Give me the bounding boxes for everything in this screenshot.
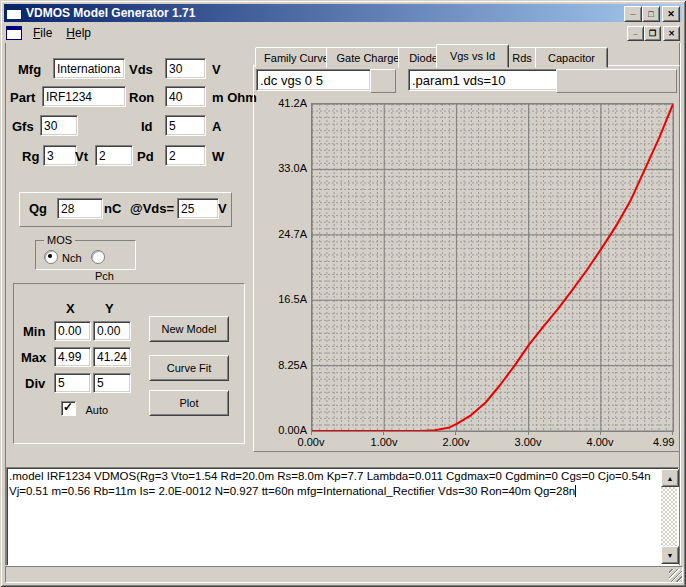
xy-panel: X Y Min Max Div Auto New Model Curve Fit… xyxy=(13,283,245,444)
qg-vds-input[interactable] xyxy=(177,198,219,219)
menu-bar: File Help _ ❐ ✕ xyxy=(4,23,682,42)
maximize-icon: □ xyxy=(648,10,653,19)
ymin-input[interactable] xyxy=(93,321,131,341)
auto-checkbox[interactable]: Auto xyxy=(61,401,108,420)
pch-radio-label: Pch xyxy=(95,270,114,282)
xmin-input[interactable] xyxy=(54,321,91,341)
pch-radio[interactable]: Pch xyxy=(91,248,135,284)
part-label: Part xyxy=(10,90,35,105)
maximize-button[interactable]: □ xyxy=(642,6,660,22)
y-axis-label-1: 33.0A xyxy=(261,162,307,174)
qg-unit: nC xyxy=(104,201,121,216)
mdi-close-icon: ✕ xyxy=(668,30,675,38)
ron-input[interactable] xyxy=(165,86,206,107)
x-axis-tick xyxy=(455,431,456,435)
mdi-minimize-icon: _ xyxy=(633,28,637,36)
scroll-up-icon: ▲ xyxy=(667,475,674,482)
qg-input[interactable] xyxy=(57,198,103,219)
model-text-area[interactable]: .model IRF1234 VDMOS(Rg=3 Vto=1.54 Rd=20… xyxy=(6,467,679,566)
y-axis-label-0: 41.2A xyxy=(261,97,307,109)
div-label: Div xyxy=(25,376,45,391)
x-column-header: X xyxy=(66,301,75,316)
vt-label: Vt xyxy=(75,149,88,164)
minimize-icon: _ xyxy=(630,7,635,16)
status-bar xyxy=(5,566,683,583)
mdi-restore-button[interactable]: ❐ xyxy=(644,26,661,41)
scroll-up-button[interactable]: ▲ xyxy=(661,469,679,487)
part-input[interactable] xyxy=(42,86,126,107)
x-axis-label-4: 4.00v xyxy=(575,436,625,448)
ymax-input[interactable] xyxy=(93,347,131,367)
close-button[interactable]: ✕ xyxy=(662,6,680,22)
nch-radio-circle xyxy=(44,250,58,264)
nch-radio-label: Nch xyxy=(62,252,82,264)
vt-input[interactable] xyxy=(95,145,133,166)
id-label: Id xyxy=(141,119,153,134)
mdi-child-icon[interactable] xyxy=(6,26,22,40)
vds-input[interactable] xyxy=(165,58,206,79)
scroll-down-button[interactable]: ▼ xyxy=(661,546,679,564)
x-axis-label-1: 1.00v xyxy=(359,436,409,448)
mos-groupbox: MOS Nch Pch xyxy=(35,240,136,270)
param-command-input[interactable] xyxy=(408,69,560,91)
x-axis-label-2: 2.00v xyxy=(431,436,481,448)
id-input[interactable] xyxy=(165,115,206,136)
pd-input[interactable] xyxy=(165,145,206,166)
scroll-down-icon: ▼ xyxy=(667,552,674,559)
y-axis-label-4: 8.25A xyxy=(261,359,307,371)
xdiv-input[interactable] xyxy=(54,373,91,393)
ron-label: Ron xyxy=(129,90,154,105)
window-title: VDMOS Model Generator 1.71 xyxy=(25,6,195,20)
x-axis-tick xyxy=(311,431,312,435)
param-command-spacer xyxy=(556,69,677,93)
menu-item-file[interactable]: File xyxy=(26,24,59,42)
vds-label: Vds xyxy=(129,62,153,77)
qg-vds-unit: V xyxy=(218,201,227,216)
curve-fit-button[interactable]: Curve Fit xyxy=(149,355,229,381)
pd-unit: W xyxy=(212,149,224,164)
dc-command-input[interactable] xyxy=(256,69,371,91)
x-axis-tick xyxy=(528,431,529,435)
vertical-scrollbar[interactable]: ▲ ▼ xyxy=(661,469,677,564)
x-axis-tick xyxy=(672,431,673,435)
auto-checkbox-label: Auto xyxy=(85,404,108,416)
x-axis-label-0: 0.00v xyxy=(286,436,336,448)
mdi-restore-icon: ❐ xyxy=(649,30,656,38)
x-axis-tick xyxy=(383,431,384,435)
minimize-button[interactable]: _ xyxy=(624,6,642,22)
mfg-label: Mfg xyxy=(18,62,41,77)
y-axis-label-5: 0.00A xyxy=(261,424,307,436)
close-icon: ✕ xyxy=(667,10,675,19)
qg-label: Qg xyxy=(29,201,47,216)
gfs-input[interactable] xyxy=(40,115,78,136)
mos-group-label: MOS xyxy=(44,234,75,246)
plot-button[interactable]: Plot xyxy=(149,390,229,416)
id-unit: A xyxy=(212,119,221,134)
y-axis-label-3: 16.5A xyxy=(261,293,307,305)
y-column-header: Y xyxy=(105,301,114,316)
plot-grid-svg xyxy=(311,103,674,432)
resize-grip[interactable] xyxy=(669,569,682,582)
rg-input[interactable] xyxy=(43,145,77,166)
mdi-minimize-button[interactable]: _ xyxy=(627,26,644,41)
mfg-input[interactable] xyxy=(53,58,125,79)
tab-capacitor[interactable]: Capacitor xyxy=(535,47,608,68)
app-window: VDMOS Model Generator 1.71 _ □ ✕ File He… xyxy=(0,0,686,587)
x-axis-tick xyxy=(600,431,601,435)
rg-label: Rg xyxy=(22,149,39,164)
y-axis-label-2: 24.7A xyxy=(261,228,307,240)
model-text: .model IRF1234 VDMOS(Rg=3 Vto=1.54 Rd=20… xyxy=(9,469,660,564)
xmax-input[interactable] xyxy=(54,347,91,367)
ron-unit: m Ohm xyxy=(212,90,257,105)
menu-item-help[interactable]: Help xyxy=(59,24,98,42)
nch-radio[interactable]: Nch xyxy=(44,248,92,266)
x-axis-label-3: 3.00v xyxy=(503,436,553,448)
mdi-close-button[interactable]: ✕ xyxy=(663,26,680,41)
x-axis-label-5: 4.99 xyxy=(653,436,677,448)
min-label: Min xyxy=(23,324,45,339)
tab-vgs-vs-id[interactable]: Vgs vs Id xyxy=(436,44,509,68)
qg-at-vds-label: @Vds= xyxy=(130,201,174,216)
new-model-button[interactable]: New Model xyxy=(149,316,229,342)
ydiv-input[interactable] xyxy=(93,373,131,393)
pd-label: Pd xyxy=(137,149,154,164)
